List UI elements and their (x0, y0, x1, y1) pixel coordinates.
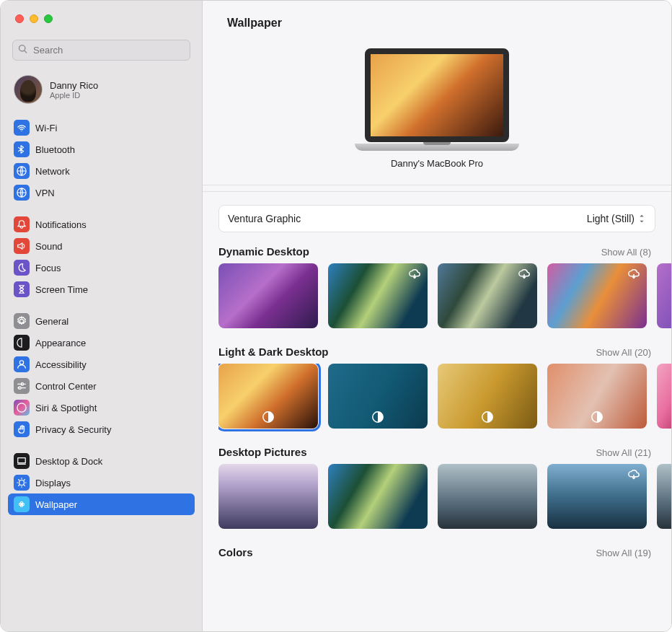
window-minimize-button[interactable] (30, 14, 38, 23)
dock-icon (14, 453, 30, 469)
appearance-mode-popup[interactable]: Light (Still) (587, 213, 646, 224)
chevron-updown-icon (637, 214, 646, 224)
wallpaper-thumbnail[interactable] (547, 364, 647, 429)
switches-icon (14, 378, 30, 394)
wallpaper-thumbnail[interactable] (547, 464, 647, 529)
sidebar-item-siri-spotlight[interactable]: Siri & Spotlight (8, 397, 195, 418)
light-dark-icon (590, 410, 604, 424)
section-light-dark-desktop: Light & Dark DesktopShow All (20) (203, 333, 671, 433)
sidebar-item-desktop-dock[interactable]: Desktop & Dock (8, 450, 195, 472)
sidebar-item-sound[interactable]: Sound (8, 235, 195, 257)
search-field[interactable] (12, 40, 190, 61)
search-input[interactable] (12, 40, 190, 61)
wallpaper-thumbnail[interactable] (438, 263, 537, 328)
sidebar-item-label: Privacy & Security (35, 424, 111, 435)
sidebar-item-screen-time[interactable]: Screen Time (8, 278, 195, 300)
gear-icon (14, 313, 30, 329)
main-content: Wallpaper Danny's MacBook Pro Ventura Gr… (203, 1, 671, 631)
light-dark-icon (261, 410, 275, 424)
wallpaper-thumbnail[interactable] (218, 464, 318, 529)
download-icon (627, 268, 641, 282)
globe-icon (14, 163, 30, 179)
wifi-icon (14, 120, 30, 136)
sidebar-item-label: Screen Time (35, 284, 88, 295)
wallpaper-thumbnail[interactable] (438, 364, 537, 429)
page-title: Wallpaper (203, 1, 671, 37)
light-dark-icon (480, 410, 495, 424)
sidebar-item-label: Focus (35, 263, 61, 273)
sidebar-item-label: General (35, 316, 68, 327)
download-icon (517, 268, 531, 282)
sidebar-item-appearance[interactable]: Appearance (8, 332, 195, 354)
sidebar-item-label: Network (35, 166, 70, 177)
download-icon (407, 268, 422, 282)
section-title: Colors (218, 546, 253, 558)
sidebar-item-accessibility[interactable]: Accessibility (8, 354, 195, 375)
sidebar: Danny Rico Apple ID Wi-FiBluetoothNetwor… (1, 1, 203, 631)
globe-icon (14, 185, 30, 201)
sidebar-item-bluetooth[interactable]: Bluetooth (8, 139, 195, 160)
avatar (14, 75, 43, 104)
sidebar-item-label: Accessibility (35, 359, 87, 370)
sidebar-item-displays[interactable]: Displays (8, 472, 195, 493)
bell-icon (14, 216, 30, 232)
wallpaper-preview: Danny's MacBook Pro (203, 37, 671, 185)
window-close-button[interactable] (15, 14, 24, 23)
sidebar-item-vpn[interactable]: VPN (8, 182, 195, 203)
bt-icon (14, 141, 30, 157)
sidebar-item-wi-fi[interactable]: Wi-Fi (8, 117, 195, 139)
window-zoom-button[interactable] (44, 14, 53, 23)
sidebar-item-wallpaper[interactable]: Wallpaper (8, 493, 195, 515)
wallpaper-thumbnail[interactable] (657, 263, 671, 328)
appearance-mode-label: Light (Still) (587, 213, 635, 224)
laptop-preview (355, 48, 519, 151)
hand-icon (14, 421, 30, 437)
titlebar (1, 1, 202, 37)
sidebar-item-label: Bluetooth (35, 144, 75, 155)
sidebar-item-label: Desktop & Dock (35, 456, 102, 467)
sidebar-item-focus[interactable]: Focus (8, 257, 195, 278)
sidebar-item-label: Sound (35, 241, 63, 252)
show-all-button[interactable]: Show All (19) (596, 548, 651, 558)
sidebar-item-label: Displays (35, 478, 71, 488)
search-icon (18, 44, 28, 54)
hourglass-icon (14, 281, 30, 297)
download-icon (627, 468, 641, 483)
sidebar-item-label: Wallpaper (35, 499, 77, 510)
speaker-icon (14, 238, 30, 254)
sidebar-item-label: Siri & Spotlight (35, 403, 97, 413)
show-all-button[interactable]: Show All (8) (601, 247, 651, 258)
sidebar-item-notifications[interactable]: Notifications (8, 214, 195, 235)
wallpaper-thumbnail[interactable] (438, 464, 537, 529)
wallpaper-thumbnail[interactable] (328, 263, 428, 328)
account-sub: Apple ID (50, 91, 98, 100)
sidebar-item-label: Notifications (35, 219, 87, 230)
sidebar-item-general[interactable]: General (8, 310, 195, 332)
sidebar-item-control-center[interactable]: Control Center (8, 375, 195, 397)
light-dark-icon (371, 410, 385, 424)
current-wallpaper-name: Ventura Graphic (228, 213, 301, 224)
wallpaper-thumbnail[interactable] (328, 464, 428, 529)
flower-icon (14, 496, 30, 512)
show-all-button[interactable]: Show All (21) (596, 447, 651, 458)
appearance-icon (14, 335, 30, 351)
sidebar-item-privacy-security[interactable]: Privacy & Security (8, 418, 195, 440)
wallpaper-thumbnail[interactable] (328, 364, 428, 429)
wallpaper-thumbnail[interactable] (218, 263, 318, 328)
section-desktop-pictures: Desktop PicturesShow All (21) (203, 433, 671, 533)
wallpaper-thumbnail[interactable] (547, 263, 647, 328)
section-title: Dynamic Desktop (218, 245, 309, 258)
sidebar-item-label: Control Center (35, 381, 97, 392)
wallpaper-thumbnail[interactable] (657, 464, 671, 529)
section-title: Desktop Pictures (218, 446, 307, 458)
sidebar-item-network[interactable]: Network (8, 160, 195, 182)
account-row[interactable]: Danny Rico Apple ID (1, 69, 202, 114)
wallpaper-thumbnail[interactable] (657, 364, 671, 429)
device-name: Danny's MacBook Pro (391, 158, 483, 169)
current-wallpaper-row: Ventura Graphic Light (Still) (218, 205, 655, 232)
show-all-button[interactable]: Show All (20) (596, 347, 651, 358)
sun-icon (14, 475, 30, 491)
wallpaper-thumbnail[interactable] (218, 364, 318, 429)
section-colors: ColorsShow All (19) (203, 533, 671, 569)
account-name: Danny Rico (50, 80, 98, 91)
